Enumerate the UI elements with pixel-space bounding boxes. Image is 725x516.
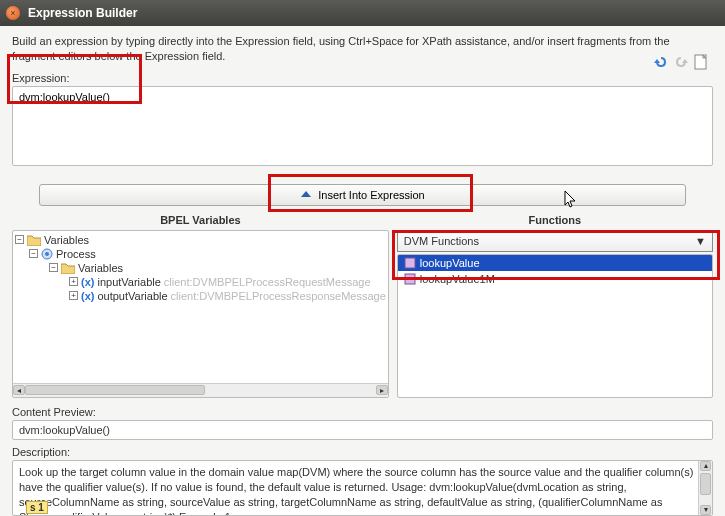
tree-node-variables[interactable]: − Variables	[15, 261, 386, 275]
undo-icon[interactable]	[653, 54, 669, 70]
insert-into-expression-button[interactable]: Insert Into Expression	[39, 184, 685, 206]
svg-rect-4	[405, 274, 415, 284]
scroll-up-icon[interactable]: ▴	[700, 461, 711, 471]
tree-node-output-variable[interactable]: + (x) outputVariable client:DVMBPELProce…	[15, 289, 386, 303]
help-text: Build an expression by typing directly i…	[12, 34, 713, 64]
collapse-icon[interactable]: −	[15, 235, 24, 244]
description-box: Look up the target column value in the d…	[12, 460, 713, 516]
tree-node-variables-root[interactable]: − Variables	[15, 233, 386, 247]
functions-heading: Functions	[397, 212, 713, 230]
insert-button-label: Insert Into Expression	[318, 189, 424, 201]
collapse-icon[interactable]: −	[29, 249, 38, 258]
variables-tree[interactable]: − Variables − Process − Variables	[12, 230, 389, 398]
tree-node-process[interactable]: − Process	[15, 247, 386, 261]
scroll-down-icon[interactable]: ▾	[700, 505, 711, 515]
process-icon	[41, 248, 53, 260]
bpel-variables-heading: BPEL Variables	[12, 212, 389, 230]
chevron-down-icon: ▼	[695, 235, 706, 247]
folder-icon	[27, 234, 41, 246]
function-item-lookupvalue1m[interactable]: lookupValue1M	[398, 271, 712, 287]
s1-badge: s 1	[26, 501, 48, 514]
chevron-up-icon	[300, 189, 312, 201]
close-icon[interactable]: ×	[6, 6, 20, 20]
description-label: Description:	[12, 446, 713, 458]
content-preview-label: Content Preview:	[12, 406, 713, 418]
expand-icon[interactable]: +	[69, 277, 78, 286]
function-icon	[404, 273, 416, 285]
svg-point-2	[45, 252, 49, 256]
scroll-right-icon[interactable]: ▸	[376, 385, 388, 395]
clear-icon[interactable]	[693, 54, 709, 70]
dropdown-value: DVM Functions	[404, 235, 479, 247]
content-preview-box: dvm:lookupValue()	[12, 420, 713, 440]
expand-icon[interactable]: +	[69, 291, 78, 300]
functions-list[interactable]: lookupValue lookupValue1M	[397, 254, 713, 398]
window-title: Expression Builder	[28, 6, 137, 20]
tree-node-input-variable[interactable]: + (x) inputVariable client:DVMBPELProces…	[15, 275, 386, 289]
expression-input[interactable]	[12, 86, 713, 166]
redo-icon[interactable]	[673, 54, 689, 70]
collapse-icon[interactable]: −	[49, 263, 58, 272]
function-item-lookupvalue[interactable]: lookupValue	[398, 255, 712, 271]
functions-category-dropdown[interactable]: DVM Functions ▼	[397, 230, 713, 252]
svg-rect-3	[405, 258, 415, 268]
description-scrollbar[interactable]: ▴ ▾	[698, 461, 712, 515]
function-icon	[404, 257, 416, 269]
expression-label: Expression:	[12, 72, 713, 84]
scroll-left-icon[interactable]: ◂	[13, 385, 25, 395]
vscroll-thumb[interactable]	[700, 473, 711, 495]
folder-icon	[61, 262, 75, 274]
titlebar[interactable]: × Expression Builder	[0, 0, 725, 26]
hscroll-thumb[interactable]	[25, 385, 205, 395]
